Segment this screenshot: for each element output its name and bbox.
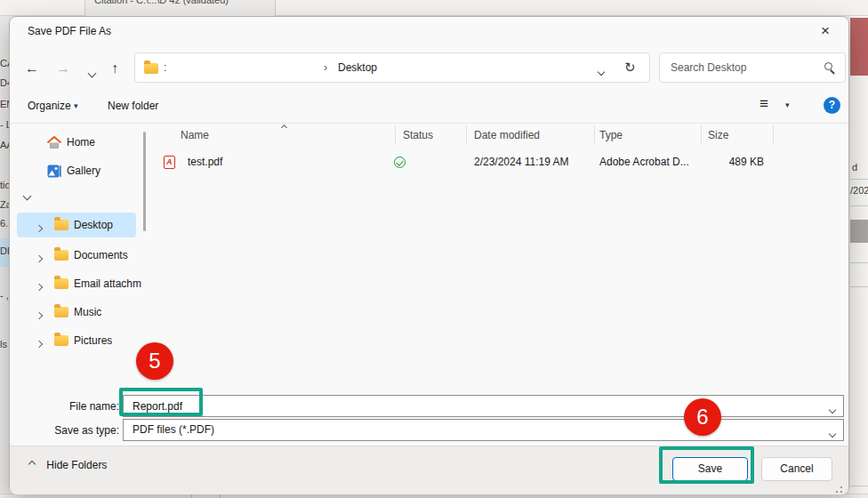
column-separator[interactable] [395,125,396,144]
recent-locations-chevron-icon[interactable] [81,61,102,83]
folder-icon [54,220,68,230]
sidebar-item-documents[interactable]: Documents [17,243,136,268]
sidebar-item-label: Pictures [74,328,112,353]
background-divider [850,286,868,287]
background-fragment: d [852,162,857,173]
toolbar-separator [10,123,848,124]
save-as-type-label: Save as type: [10,424,119,437]
sidebar-item-desktop[interactable]: Desktop [17,213,136,237]
save-as-type-select[interactable]: PDF files (*.PDF) [123,419,844,441]
up-icon[interactable]: ↑ [104,58,125,79]
file-name-dropdown-chevron-icon[interactable] [830,403,835,415]
sidebar-item-label: Music [74,300,101,325]
cancel-button[interactable]: Cancel [761,457,832,481]
pdf-letter: A [166,157,173,166]
column-separator[interactable] [701,125,702,144]
close-icon[interactable]: × [809,19,841,44]
background-app-titlebar: Citation - C:\...\D 42 (validated) [0,0,868,16]
save-pdf-dialog: Save PDF File As × ← → ↑ : › Desktop ↻ S… [9,16,849,494]
breadcrumb-separator-icon: › [324,53,327,82]
save-as-type-value: PDF files (*.PDF) [133,420,214,440]
dialog-footer: Hide Folders Save Cancel [10,446,848,494]
column-separator[interactable] [773,125,774,144]
background-divider [850,262,868,263]
expand-chevron-icon[interactable] [36,221,42,234]
sort-ascending-icon [282,120,286,133]
pdf-file-icon: A [164,156,175,169]
column-separator[interactable] [466,125,467,144]
file-name: test.pdf [188,150,222,173]
column-header-type[interactable]: Type [599,129,623,141]
organize-label: Organize [28,100,71,112]
folder-icon [54,335,68,346]
column-header-date-modified[interactable]: Date modified [474,129,540,141]
column-separator[interactable] [594,125,595,144]
resize-grip[interactable] [840,486,842,488]
file-date-modified: 2/23/2024 11:19 AM [474,150,569,173]
search-input[interactable]: Search Desktop [659,52,846,83]
sidebar-scrollbar[interactable] [143,132,146,231]
sidebar-item-label: Gallery [67,158,100,183]
sidebar-item-email-attachments[interactable]: Email attachm [17,271,136,296]
search-placeholder: Search Desktop [671,53,746,82]
sidebar-item-pictures[interactable]: Pictures [17,328,136,353]
status-synced-check-icon [394,157,406,168]
sidebar-item-label: Documents [74,243,128,268]
hide-folders-button[interactable]: Hide Folders [29,459,107,471]
sidebar-item-label: Home [67,130,95,155]
folder-icon [54,278,68,289]
folder-icon [54,307,68,317]
column-header-name[interactable]: Name [181,129,209,141]
folder-icon [144,63,158,74]
expand-chevron-icon[interactable] [36,280,42,293]
expand-chevron-icon[interactable] [36,309,42,321]
sidebar-item-gallery[interactable]: Gallery [17,158,136,183]
file-name-combobox [123,395,844,417]
address-dropdown-chevron-icon[interactable] [599,65,604,77]
background-fragment: - , [0,290,9,301]
dialog-title: Save PDF File As [28,17,111,45]
background-app-tab: Citation - C:\...\D 42 (validated) [84,0,276,16]
background-divider [850,179,868,180]
background-divider [850,486,868,486]
forward-icon[interactable]: → [52,58,74,79]
folder-icon [54,250,68,261]
save-button[interactable]: Save [672,457,748,481]
screen: Citation - C:\...\D 42 (validated) CA D4… [0,0,868,498]
hide-folders-label: Hide Folders [46,459,107,471]
breadcrumb-prefix: : [164,53,166,82]
background-gray-bar [850,220,868,243]
new-folder-button[interactable]: New folder [108,100,158,112]
expand-chevron-icon[interactable] [36,252,42,264]
file-name-input[interactable] [124,396,820,416]
background-fragment: /202 [850,185,868,196]
background-right-panel [850,16,868,494]
background-red-block [850,18,868,76]
expand-chevron-icon[interactable] [36,337,42,349]
organize-button[interactable]: Organize ▾ [28,100,78,112]
background-divider [850,205,868,206]
view-options-caret-icon[interactable]: ▾ [785,100,790,109]
back-icon[interactable]: ← [21,58,43,79]
organize-caret-icon: ▾ [74,101,78,110]
background-fragment: ls [0,339,7,349]
refresh-icon[interactable]: ↻ [624,53,636,82]
dialog-titlebar: Save PDF File As × [10,17,848,45]
table-row[interactable]: A test.pdf 2/23/2024 11:19 AM Adobe Acro… [152,150,766,173]
breadcrumb-desktop[interactable]: Desktop [338,53,377,82]
background-divider [220,494,221,498]
home-icon [47,136,61,149]
sidebar-item-music[interactable]: Music [17,300,136,325]
help-button[interactable]: ? [824,97,840,114]
column-header-status[interactable]: Status [403,129,433,141]
hide-folders-chevron-icon [28,461,36,468]
view-options-icon[interactable]: ≡ [760,95,768,113]
sidebar-collapse-chevron-icon[interactable] [24,189,30,202]
background-divider [191,494,192,498]
address-bar[interactable]: : › Desktop ↻ [134,52,650,83]
sidebar-item-home[interactable]: Home [17,130,136,155]
file-name-label: File name: [10,400,119,413]
save-as-type-dropdown-chevron-icon[interactable] [830,427,835,439]
column-header-size[interactable]: Size [708,129,728,141]
file-type: Adobe Acrobat D... [599,150,689,173]
